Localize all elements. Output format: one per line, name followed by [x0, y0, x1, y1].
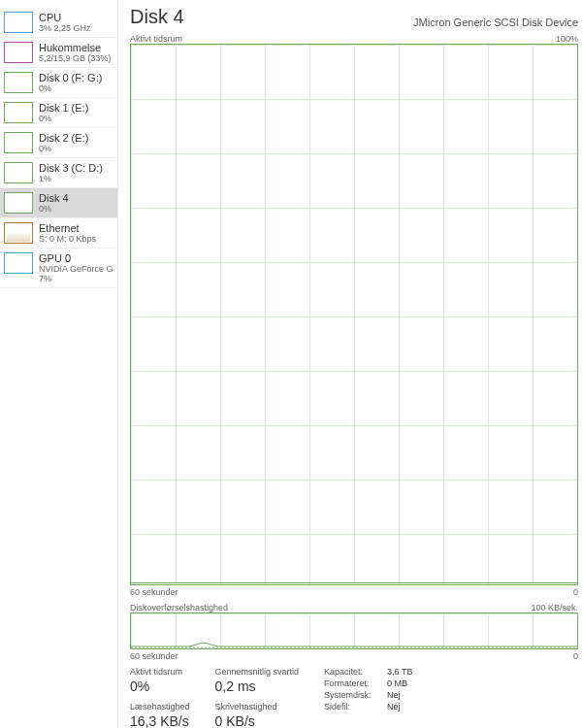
chart2-top-left: Diskoverførselshastighed [130, 603, 228, 612]
sidebar-item-label: CPU [39, 12, 113, 23]
header: Disk 4 JMicron Generic SCSI Disk Device [130, 6, 578, 28]
stat-kv-value: Nej [387, 690, 401, 700]
disk-thumb-icon [4, 132, 33, 153]
stat-kv-value: 0 MB [387, 678, 407, 688]
stats-kv-group: Kapacitet:3,6 TBFormateret:0 MBSystemdis… [324, 667, 412, 728]
stat-kv-key: Systemdisk: [324, 690, 387, 700]
sidebar-item-sub: 0% [39, 204, 113, 214]
stat-kv-value: Nej [387, 702, 401, 711]
stats-group-2: Gennemsnitlig svartid 0,2 ms Skrivehasti… [215, 667, 300, 728]
chart2-bottom-right: 0 [573, 651, 578, 661]
write-speed-value: 0 KB/s [215, 713, 255, 728]
stats-group-1: Aktivt tidsrum 0% Læsehastighed 16,3 KB/… [130, 667, 190, 728]
cpu-thumb-icon [4, 12, 33, 33]
sidebar-item-label: GPU 0 [39, 252, 113, 264]
sidebar-item-sub: 1% [39, 174, 113, 183]
chart2-bottom-labels: 60 sekunder 0 [130, 651, 578, 661]
page-title: Disk 4 [130, 6, 184, 28]
sidebar-item-sub2: 7% [39, 274, 113, 283]
sidebar-item-disk-4[interactable]: Disk 2 (E:)0% [0, 128, 117, 158]
stat-kv-row: Sidefil:Nej [324, 702, 412, 711]
sidebar-item-sub: 5,2/15,9 GB (33%) [39, 53, 113, 63]
sidebar-item-disk-2[interactable]: Disk 0 (F: G:)0% [0, 68, 117, 98]
avg-response-label: Gennemsnitlig svartid [215, 667, 300, 677]
disk-thumb-icon [4, 72, 33, 93]
disk-thumb-icon [4, 192, 33, 214]
sidebar-item-sub: 0% [39, 144, 113, 153]
active-time-label: Aktivt tidsrum [130, 667, 190, 677]
stat-kv-row: Kapacitet:3,6 TB [324, 667, 412, 677]
device-name: JMicron Generic SCSI Disk Device [413, 17, 578, 28]
chart2-top-right: 100 KB/sek. [531, 603, 578, 612]
sidebar-item-sub: S: 0 M: 0 Kbps [39, 234, 113, 244]
chart2-bottom-left: 60 sekunder [130, 651, 178, 661]
disk-thumb-icon [4, 102, 33, 123]
stats-row: Aktivt tidsrum 0% Læsehastighed 16,3 KB/… [130, 667, 578, 728]
sidebar-item-label: Disk 4 [39, 192, 113, 204]
sidebar-item-eth-7[interactable]: EthernetS: 0 M: 0 Kbps [0, 218, 117, 248]
transfer-chart [130, 612, 578, 649]
sidebar-item-label: Hukommelse [39, 42, 113, 53]
chart1-bottom-right: 0 [573, 587, 578, 597]
active-time-chart [130, 44, 578, 585]
sidebar-item-sub: 0% [39, 114, 113, 123]
disk-thumb-icon [4, 162, 33, 183]
chart1-top-right: 100% [556, 34, 578, 44]
chart2-top-labels: Diskoverførselshastighed 100 KB/sek. [130, 603, 578, 612]
main-panel: Disk 4 JMicron Generic SCSI Disk Device … [118, 0, 582, 728]
sidebar-item-sub: NVIDIA GeForce GTX 10… [39, 264, 113, 274]
sidebar-item-label: Disk 2 (E:) [39, 132, 113, 144]
sidebar-item-label: Ethernet [39, 222, 113, 234]
sidebar-item-disk-5[interactable]: Disk 3 (C: D:)1% [0, 158, 117, 188]
sidebar-item-gpu-8[interactable]: GPU 0NVIDIA GeForce GTX 10…7% [0, 248, 117, 288]
eth-thumb-icon [4, 222, 33, 244]
chart1-bottom-labels: 60 sekunder 0 [130, 587, 578, 597]
sidebar: CPU3% 2,25 GHzHukommelse5,2/15,9 GB (33%… [0, 0, 118, 728]
mem-thumb-icon [4, 42, 33, 63]
sidebar-item-label: Disk 3 (C: D:) [39, 162, 113, 174]
read-speed-label: Læsehastighed [130, 702, 190, 711]
read-speed-value: 16,3 KB/s [130, 713, 190, 728]
stat-kv-key: Kapacitet: [324, 667, 387, 677]
write-speed-label: Skrivehastighed [215, 702, 300, 711]
sidebar-item-mem-1[interactable]: Hukommelse5,2/15,9 GB (33%) [0, 38, 117, 68]
sidebar-item-label: Disk 0 (F: G:) [39, 72, 113, 83]
stat-kv-row: Formateret:0 MB [324, 678, 412, 688]
chart1-top-left: Aktivt tidsrum [130, 34, 182, 44]
sidebar-item-disk-3[interactable]: Disk 1 (E:)0% [0, 98, 117, 128]
gpu-thumb-icon [4, 252, 33, 274]
active-time-value: 0% [130, 678, 190, 694]
avg-response-value: 0,2 ms [215, 678, 300, 694]
sidebar-item-sub: 3% 2,25 GHz [39, 23, 113, 33]
sidebar-item-disk-6[interactable]: Disk 40% [0, 188, 117, 218]
stat-kv-key: Formateret: [324, 678, 387, 688]
stat-kv-value: 3,6 TB [387, 667, 412, 677]
chart1-bottom-left: 60 sekunder [130, 587, 178, 597]
stat-kv-key: Sidefil: [324, 702, 387, 711]
sidebar-item-cpu-0[interactable]: CPU3% 2,25 GHz [0, 8, 117, 38]
stat-kv-row: Systemdisk:Nej [324, 690, 412, 700]
chart1-top-labels: Aktivt tidsrum 100% [130, 34, 578, 44]
sidebar-item-sub: 0% [39, 83, 113, 93]
sidebar-item-label: Disk 1 (E:) [39, 102, 113, 114]
